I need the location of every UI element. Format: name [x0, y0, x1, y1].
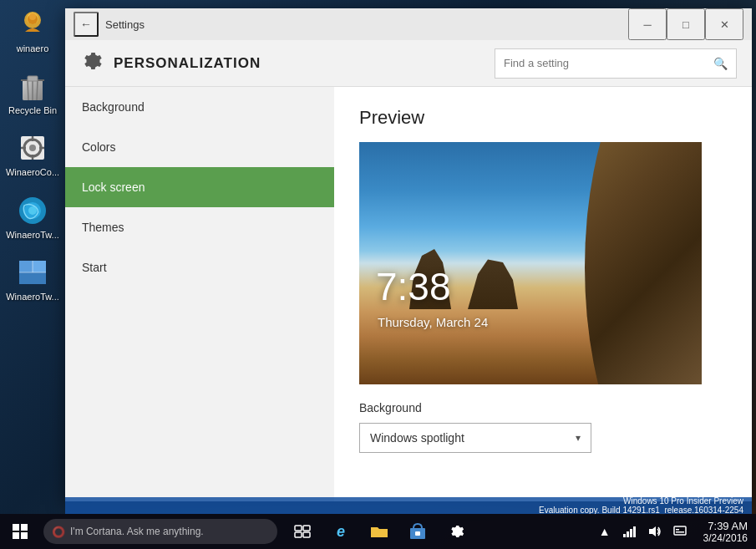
svg-line-10 — [37, 80, 38, 100]
svg-rect-35 — [303, 532, 310, 537]
svg-rect-24 — [33, 261, 46, 272]
svg-rect-31 — [21, 532, 28, 539]
svg-point-14 — [29, 145, 36, 151]
taskbar-app-icons: e — [284, 514, 474, 549]
svg-rect-40 — [630, 529, 632, 537]
date-text: 3/24/2016 — [703, 532, 748, 544]
settings-taskbar-icon[interactable] — [438, 514, 474, 549]
windows-info-bar: Windows 10 Pro Insider Preview Evaluatio… — [65, 497, 752, 514]
desktop: winaero — [0, 0, 756, 549]
sidebar-item-themes[interactable]: Themes — [65, 207, 334, 247]
title-bar: ← Settings ─ □ ✕ — [65, 8, 752, 40]
cortana-search-icon: ⭕ — [52, 526, 65, 538]
lock-screen-preview-container: 7:38 Thursday, March 24 — [359, 142, 702, 384]
dropdown-selected-value: Windows spotlight — [370, 431, 576, 445]
sidebar-item-colors[interactable]: Colors — [65, 127, 334, 167]
window-title: Settings — [105, 18, 145, 31]
settings-body: Background Colors Lock screen Themes Sta… — [65, 87, 752, 501]
winaero-co-icon — [16, 131, 49, 165]
lock-screen-date: Thursday, March 24 — [378, 315, 488, 329]
winaero-tw2-label: WinaeroTw... — [6, 292, 59, 302]
task-view-button[interactable] — [284, 514, 321, 549]
sidebar-item-lock-screen[interactable]: Lock screen — [65, 167, 334, 207]
desktop-icon-winaero-tw2[interactable]: WinaeroTw... — [2, 252, 63, 306]
desktop-icon-area: winaero — [0, 0, 65, 306]
search-icon: 🔍 — [713, 57, 728, 70]
cortana-search-text: I'm Cortana. Ask me anything. — [70, 526, 204, 537]
recycle-bin-icon — [16, 69, 49, 103]
settings-search-input[interactable] — [504, 57, 713, 69]
time-text: 7:39 AM — [708, 520, 748, 532]
action-center-icon[interactable] — [668, 520, 692, 543]
file-explorer-icon[interactable] — [361, 514, 398, 549]
maximize-button[interactable]: □ — [667, 8, 705, 40]
taskbar-right-area: ▲ — [590, 514, 756, 549]
settings-header: PERSONALIZATION 🔍 — [65, 40, 752, 87]
dropdown-arrow-icon: ▾ — [576, 432, 581, 444]
minimize-button[interactable]: ─ — [628, 8, 667, 40]
desktop-icon-winaero-co[interactable]: WinaeroCo... — [2, 128, 63, 181]
window-controls: ─ □ ✕ — [628, 8, 743, 40]
winaero-tw1-label: WinaeroTw... — [6, 230, 59, 241]
windows-info-line1: Windows 10 Pro Insider Preview — [623, 496, 743, 506]
rock-formation-right — [468, 251, 518, 309]
start-button[interactable] — [0, 514, 40, 549]
taskbar: ⭕ I'm Cortana. Ask me anything. e — [0, 514, 756, 549]
settings-window: ← Settings ─ □ ✕ PERSONALIZATION 🔍 — [65, 8, 752, 501]
winaero-icon — [16, 8, 49, 41]
svg-rect-45 — [676, 531, 684, 533]
desktop-icon-recycle-bin[interactable]: Recycle Bin — [2, 66, 63, 119]
svg-rect-28 — [13, 524, 19, 531]
svg-rect-38 — [623, 534, 626, 537]
lock-screen-time: 7:38 — [376, 264, 451, 309]
svg-rect-11 — [28, 76, 38, 81]
recycle-bin-label: Recycle Bin — [8, 105, 57, 116]
background-section-label: Background — [359, 401, 727, 414]
settings-search-box[interactable]: 🔍 — [495, 48, 737, 79]
edge-browser-icon[interactable]: e — [322, 514, 359, 549]
svg-rect-32 — [295, 526, 302, 531]
sidebar-item-start[interactable]: Start — [65, 247, 334, 287]
store-icon[interactable] — [399, 514, 436, 549]
lock-screen-preview-image: 7:38 Thursday, March 24 — [359, 142, 702, 384]
settings-main-panel: Preview 7:38 Thursday, March 24 Bac — [334, 87, 752, 501]
svg-line-9 — [28, 80, 28, 100]
winaero-label: winaero — [17, 43, 49, 54]
svg-rect-37 — [415, 531, 420, 536]
svg-rect-44 — [676, 529, 679, 531]
svg-rect-43 — [674, 526, 686, 535]
svg-marker-42 — [649, 526, 656, 536]
notification-area: ▲ — [590, 520, 695, 543]
sidebar-item-background[interactable]: Background — [65, 87, 334, 127]
winaero-co-label: WinaeroCo... — [6, 167, 59, 178]
up-arrow-icon[interactable]: ▲ — [593, 520, 616, 543]
winaero-tw1-icon — [16, 194, 49, 227]
svg-rect-23 — [19, 261, 33, 272]
gear-icon — [80, 49, 104, 78]
desktop-icon-winaero[interactable]: winaero — [2, 4, 63, 58]
desktop-icon-winaero-tw1[interactable]: WinaeroTw... — [2, 191, 63, 244]
settings-page-title: PERSONALIZATION — [114, 55, 261, 72]
cortana-search[interactable]: ⭕ I'm Cortana. Ask me anything. — [43, 519, 277, 544]
svg-rect-41 — [633, 526, 636, 537]
back-button[interactable]: ← — [74, 12, 99, 37]
svg-rect-34 — [295, 532, 302, 537]
volume-icon[interactable] — [643, 520, 667, 543]
taskbar-clock[interactable]: 7:39 AM 3/24/2016 — [695, 514, 756, 549]
settings-sidebar: Background Colors Lock screen Themes Sta… — [65, 87, 334, 501]
svg-point-4 — [29, 13, 36, 20]
svg-rect-30 — [13, 532, 19, 539]
svg-rect-33 — [303, 526, 310, 531]
cave-arch — [568, 142, 702, 384]
svg-rect-25 — [19, 272, 46, 284]
close-button[interactable]: ✕ — [705, 8, 743, 40]
svg-rect-39 — [627, 531, 629, 537]
network-icon[interactable] — [618, 520, 642, 543]
winaero-tw2-icon — [16, 256, 49, 289]
svg-rect-29 — [21, 524, 28, 531]
preview-title: Preview — [359, 107, 727, 129]
background-dropdown[interactable]: Windows spotlight ▾ — [359, 423, 591, 453]
